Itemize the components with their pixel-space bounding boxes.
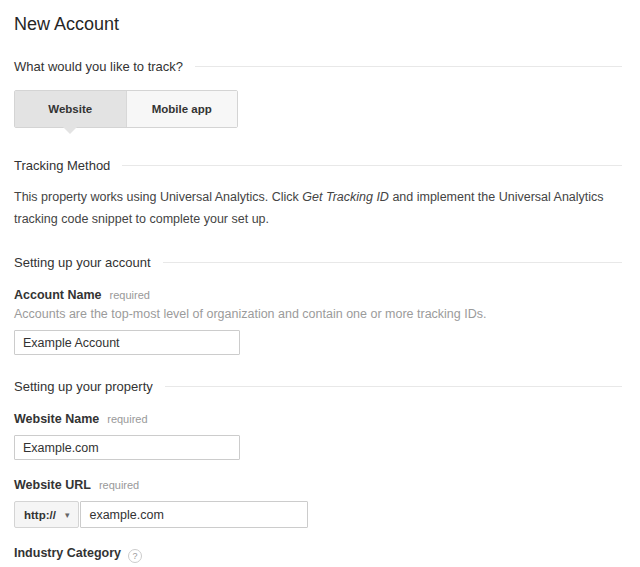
account-name-label: Account Name [14, 288, 102, 302]
protocol-dropdown[interactable]: http:// ▾ [14, 501, 79, 528]
website-name-input[interactable] [14, 435, 240, 460]
track-section-heading: What would you like to track? [14, 59, 622, 74]
account-section-heading: Setting up your account [14, 255, 622, 270]
industry-category-label: Industry Category [14, 546, 121, 560]
page-title: New Account [14, 14, 622, 35]
website-url-input[interactable] [80, 501, 308, 528]
website-name-label-row: Website Name required [14, 412, 622, 426]
website-url-row: http:// ▾ [14, 501, 622, 528]
required-tag: required [107, 413, 147, 425]
tracking-method-heading-text: Tracking Method [14, 158, 110, 173]
tab-website[interactable]: Website [15, 91, 126, 127]
account-heading-text: Setting up your account [14, 255, 151, 270]
description-pre: This property works using Universal Anal… [14, 190, 302, 204]
website-url-label-row: Website URL required [14, 478, 622, 492]
protocol-dropdown-value: http:// [24, 509, 56, 521]
heading-rule [163, 262, 622, 263]
tracking-method-description: This property works using Universal Anal… [14, 186, 622, 230]
help-icon[interactable]: ? [128, 549, 142, 563]
website-name-label: Website Name [14, 412, 99, 426]
account-name-label-row: Account Name required [14, 288, 622, 302]
heading-rule [195, 66, 622, 67]
heading-rule [165, 386, 622, 387]
required-tag: required [99, 479, 139, 491]
industry-category-label-row: Industry Category ? [14, 546, 622, 561]
track-type-tabs: Website Mobile app [14, 90, 238, 128]
account-name-helper: Accounts are the top-most level of organ… [14, 307, 622, 321]
tab-mobile-app[interactable]: Mobile app [126, 91, 238, 127]
get-tracking-id-text: Get Tracking ID [302, 190, 389, 204]
property-heading-text: Setting up your property [14, 379, 153, 394]
property-section-heading: Setting up your property [14, 379, 622, 394]
track-heading-text: What would you like to track? [14, 59, 183, 74]
website-url-label: Website URL [14, 478, 91, 492]
heading-rule [122, 165, 622, 166]
tracking-method-heading: Tracking Method [14, 158, 622, 173]
tab-website-label: Website [48, 103, 92, 115]
account-name-input[interactable] [14, 330, 240, 355]
new-account-page: New Account What would you like to track… [0, 0, 640, 567]
required-tag: required [110, 289, 150, 301]
tab-mobile-app-label: Mobile app [152, 103, 212, 115]
chevron-down-icon: ▾ [65, 510, 70, 520]
